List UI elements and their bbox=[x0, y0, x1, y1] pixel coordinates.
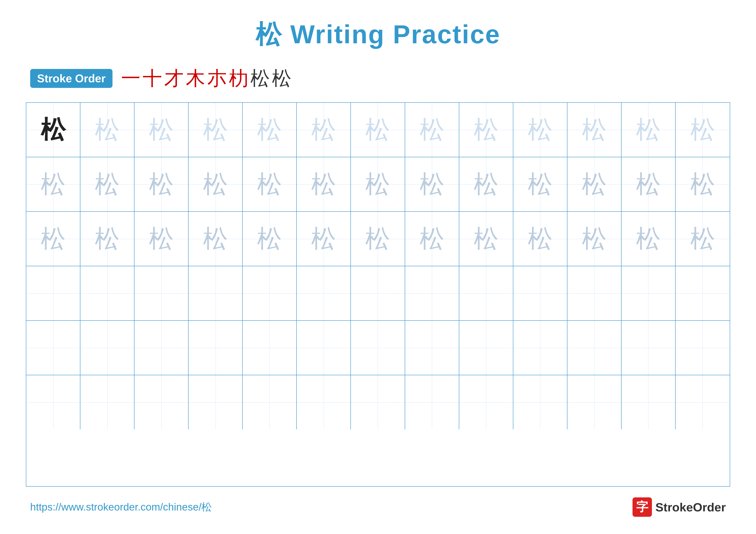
footer-url[interactable]: https://www.strokeorder.com/chinese/松 bbox=[30, 500, 212, 514]
cell-char-0-4: 松 bbox=[257, 113, 282, 146]
grid-cell-4-5[interactable] bbox=[297, 321, 351, 375]
grid-cell-1-5[interactable]: 松 bbox=[297, 157, 351, 211]
stroke-order-badge[interactable]: Stroke Order bbox=[30, 69, 113, 88]
grid-cell-1-0[interactable]: 松 bbox=[26, 157, 80, 211]
grid-cell-5-5[interactable] bbox=[297, 375, 351, 429]
grid-cell-1-4[interactable]: 松 bbox=[243, 157, 297, 211]
grid-cell-1-10[interactable]: 松 bbox=[567, 157, 622, 211]
grid-cell-3-1[interactable] bbox=[80, 266, 134, 320]
grid-cell-1-6[interactable]: 松 bbox=[351, 157, 405, 211]
grid-cell-5-7[interactable] bbox=[405, 375, 459, 429]
grid-cell-5-10[interactable] bbox=[567, 375, 622, 429]
title-char: 松 bbox=[256, 20, 282, 49]
grid-cell-3-11[interactable] bbox=[622, 266, 676, 320]
grid-cell-1-12[interactable]: 松 bbox=[676, 157, 730, 211]
grid-cell-2-4[interactable]: 松 bbox=[243, 212, 297, 266]
grid-cell-5-3[interactable] bbox=[189, 375, 243, 429]
grid-cell-3-6[interactable] bbox=[351, 266, 405, 320]
grid-cell-0-4[interactable]: 松 bbox=[243, 103, 297, 157]
grid-cell-4-0[interactable] bbox=[26, 321, 80, 375]
grid-cell-5-1[interactable] bbox=[80, 375, 134, 429]
grid-cell-5-8[interactable] bbox=[459, 375, 513, 429]
grid-cell-1-7[interactable]: 松 bbox=[405, 157, 459, 211]
stroke-seq-step-3: 木 bbox=[186, 65, 205, 91]
grid-cell-1-1[interactable]: 松 bbox=[80, 157, 134, 211]
grid-cell-0-12[interactable]: 松 bbox=[676, 103, 730, 157]
title-text: Writing Practice bbox=[290, 20, 500, 49]
grid-cell-4-8[interactable] bbox=[459, 321, 513, 375]
grid-cell-4-6[interactable] bbox=[351, 321, 405, 375]
grid-cell-1-3[interactable]: 松 bbox=[189, 157, 243, 211]
cell-char-0-0: 松 bbox=[41, 113, 66, 146]
grid-cell-0-10[interactable]: 松 bbox=[567, 103, 622, 157]
grid-cell-2-0[interactable]: 松 bbox=[26, 212, 80, 266]
grid-cell-0-11[interactable]: 松 bbox=[622, 103, 676, 157]
grid-cell-5-6[interactable] bbox=[351, 375, 405, 429]
grid-cell-2-1[interactable]: 松 bbox=[80, 212, 134, 266]
grid-cell-5-12[interactable] bbox=[676, 375, 730, 429]
grid-cell-0-2[interactable]: 松 bbox=[134, 103, 189, 157]
grid-cell-0-6[interactable]: 松 bbox=[351, 103, 405, 157]
cell-char-0-1: 松 bbox=[95, 113, 120, 146]
cell-char-1-11: 松 bbox=[636, 167, 661, 201]
grid-cell-2-6[interactable]: 松 bbox=[351, 212, 405, 266]
grid-cell-0-9[interactable]: 松 bbox=[513, 103, 567, 157]
grid-cell-4-7[interactable] bbox=[405, 321, 459, 375]
grid-cell-5-2[interactable] bbox=[134, 375, 189, 429]
cell-char-2-6: 松 bbox=[365, 222, 390, 255]
grid-cell-2-8[interactable]: 松 bbox=[459, 212, 513, 266]
grid-cell-4-2[interactable] bbox=[134, 321, 189, 375]
grid-cell-2-11[interactable]: 松 bbox=[622, 212, 676, 266]
grid-cell-0-7[interactable]: 松 bbox=[405, 103, 459, 157]
brand-name: StrokeOrder bbox=[655, 500, 726, 514]
cell-char-0-5: 松 bbox=[311, 113, 336, 146]
grid-cell-2-7[interactable]: 松 bbox=[405, 212, 459, 266]
logo-icon: 字 bbox=[633, 497, 652, 517]
grid-cell-4-9[interactable] bbox=[513, 321, 567, 375]
grid-cell-0-3[interactable]: 松 bbox=[189, 103, 243, 157]
grid-cell-5-11[interactable] bbox=[622, 375, 676, 429]
grid-cell-0-1[interactable]: 松 bbox=[80, 103, 134, 157]
grid-cell-2-10[interactable]: 松 bbox=[567, 212, 622, 266]
cell-char-0-6: 松 bbox=[365, 113, 390, 146]
grid-cell-1-11[interactable]: 松 bbox=[622, 157, 676, 211]
grid-cell-1-8[interactable]: 松 bbox=[459, 157, 513, 211]
grid-cell-3-8[interactable] bbox=[459, 266, 513, 320]
grid-cell-4-3[interactable] bbox=[189, 321, 243, 375]
grid-cell-0-8[interactable]: 松 bbox=[459, 103, 513, 157]
grid-cell-3-3[interactable] bbox=[189, 266, 243, 320]
grid-cell-3-2[interactable] bbox=[134, 266, 189, 320]
grid-cell-4-12[interactable] bbox=[676, 321, 730, 375]
grid-cell-3-5[interactable] bbox=[297, 266, 351, 320]
grid-cell-5-0[interactable] bbox=[26, 375, 80, 429]
grid-cell-4-10[interactable] bbox=[567, 321, 622, 375]
grid-cell-2-12[interactable]: 松 bbox=[676, 212, 730, 266]
footer: https://www.strokeorder.com/chinese/松 字 … bbox=[26, 497, 730, 517]
grid-cell-2-9[interactable]: 松 bbox=[513, 212, 567, 266]
grid-cell-0-0[interactable]: 松 bbox=[26, 103, 80, 157]
cell-char-2-4: 松 bbox=[257, 222, 282, 255]
cell-char-1-0: 松 bbox=[41, 167, 66, 201]
page-title: 松 Writing Practice bbox=[256, 17, 500, 52]
grid-cell-3-7[interactable] bbox=[405, 266, 459, 320]
grid-cell-1-2[interactable]: 松 bbox=[134, 157, 189, 211]
cell-char-1-10: 松 bbox=[582, 167, 607, 201]
grid-cell-3-12[interactable] bbox=[676, 266, 730, 320]
cell-char-2-3: 松 bbox=[203, 222, 228, 255]
cell-char-2-11: 松 bbox=[636, 222, 661, 255]
grid-cell-3-0[interactable] bbox=[26, 266, 80, 320]
grid-cell-2-2[interactable]: 松 bbox=[134, 212, 189, 266]
grid-cell-2-5[interactable]: 松 bbox=[297, 212, 351, 266]
grid-cell-5-9[interactable] bbox=[513, 375, 567, 429]
grid-cell-4-11[interactable] bbox=[622, 321, 676, 375]
cell-char-1-5: 松 bbox=[311, 167, 336, 201]
grid-cell-4-4[interactable] bbox=[243, 321, 297, 375]
grid-cell-3-4[interactable] bbox=[243, 266, 297, 320]
grid-cell-0-5[interactable]: 松 bbox=[297, 103, 351, 157]
grid-cell-4-1[interactable] bbox=[80, 321, 134, 375]
grid-cell-1-9[interactable]: 松 bbox=[513, 157, 567, 211]
grid-cell-3-10[interactable] bbox=[567, 266, 622, 320]
grid-cell-2-3[interactable]: 松 bbox=[189, 212, 243, 266]
grid-cell-5-4[interactable] bbox=[243, 375, 297, 429]
grid-cell-3-9[interactable] bbox=[513, 266, 567, 320]
